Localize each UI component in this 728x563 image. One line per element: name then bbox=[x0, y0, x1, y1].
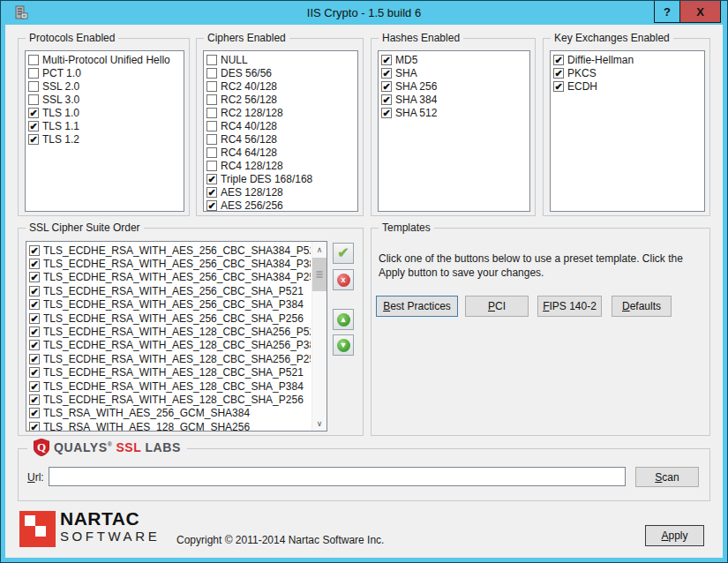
checkbox[interactable]: ✔ bbox=[381, 108, 392, 118]
checklist-item[interactable]: ✔ TLS 1.1 bbox=[26, 119, 183, 132]
scroll-thumb[interactable] bbox=[312, 258, 326, 291]
cipher-suite-item[interactable]: ✔ TLS_ECDHE_RSA_WITH_AES_128_CBC_SHA_P25… bbox=[27, 393, 311, 406]
checklist-item[interactable]: RC2 40/128 bbox=[205, 79, 356, 93]
checkbox[interactable]: ✔ bbox=[28, 121, 39, 131]
checklist-item[interactable]: PCT 1.0 bbox=[26, 66, 183, 79]
checkbox[interactable] bbox=[206, 81, 217, 92]
checkbox[interactable] bbox=[206, 161, 217, 171]
cipher-suite-item[interactable]: ✔ TLS_ECDHE_RSA_WITH_AES_256_CBC_SHA_P52… bbox=[27, 284, 311, 297]
defaults-button[interactable]: Defaults bbox=[612, 296, 672, 317]
move-down-button[interactable]: ▼ bbox=[333, 334, 354, 356]
cipher-suite-item[interactable]: ✔ TLS_ECDHE_RSA_WITH_AES_128_CBC_SHA256_… bbox=[27, 352, 311, 365]
checkbox[interactable]: ✔ bbox=[29, 408, 40, 418]
cipher-suite-item[interactable]: ✔ TLS_ECDHE_RSA_WITH_AES_128_CBC_SHA256_… bbox=[27, 339, 311, 352]
cipher-suite-item[interactable]: ✔ TLS_ECDHE_RSA_WITH_AES_128_CBC_SHA_P38… bbox=[27, 379, 311, 393]
checklist-item[interactable]: ✔ Diffie-Hellman bbox=[552, 53, 703, 66]
checklist-item[interactable]: RC4 56/128 bbox=[205, 132, 356, 146]
checklist-item[interactable]: SSL 2.0 bbox=[26, 79, 183, 93]
checkbox[interactable]: ✔ bbox=[29, 354, 40, 364]
checklist-item[interactable]: ✔ SHA 384 bbox=[379, 93, 529, 106]
cipher-suite-item[interactable]: ✔ TLS_ECDHE_RSA_WITH_AES_256_CBC_SHA_P38… bbox=[27, 298, 311, 312]
checklist-item[interactable]: ✔ TLS 1.0 bbox=[26, 106, 183, 119]
checkbox[interactable] bbox=[28, 68, 39, 79]
checklist-item[interactable]: RC4 128/128 bbox=[205, 159, 356, 172]
checkbox[interactable] bbox=[206, 134, 217, 145]
checkbox[interactable] bbox=[28, 81, 39, 92]
checkbox[interactable]: ✔ bbox=[381, 68, 392, 79]
checklist-item[interactable]: ✔ ECDH bbox=[552, 79, 703, 93]
checkbox[interactable]: ✔ bbox=[381, 55, 392, 65]
cipher-suite-item[interactable]: ✔ TLS_RSA_WITH_AES_256_GCM_SHA384 bbox=[27, 407, 311, 420]
pci-button[interactable]: PCI bbox=[465, 296, 529, 317]
checkbox[interactable] bbox=[206, 55, 217, 65]
cipher-suite-item[interactable]: ✔ TLS_ECDHE_RSA_WITH_AES_256_CBC_SHA384_… bbox=[27, 257, 311, 270]
checkbox[interactable] bbox=[206, 121, 217, 131]
checklist-item[interactable]: RC2 128/128 bbox=[205, 106, 356, 119]
cipher-list-scrollbar[interactable]: ∧ ∨ bbox=[311, 242, 326, 431]
cipher-suite-item[interactable]: ✔ TLS_ECDHE_RSA_WITH_AES_256_CBC_SHA384_… bbox=[27, 244, 311, 257]
checkbox[interactable]: ✔ bbox=[29, 313, 40, 324]
checkbox[interactable]: ✔ bbox=[206, 200, 217, 211]
checkbox[interactable]: ✔ bbox=[29, 394, 40, 405]
checkbox[interactable]: ✔ bbox=[29, 422, 40, 432]
close-button[interactable]: X bbox=[679, 1, 720, 22]
checkbox[interactable]: ✔ bbox=[206, 174, 217, 184]
move-up-button[interactable]: ▲ bbox=[333, 309, 354, 330]
checklist-item[interactable]: ✔ MD5 bbox=[379, 53, 529, 66]
checklist-item[interactable]: DES 56/56 bbox=[205, 66, 356, 79]
cipher-suite-item[interactable]: ✔ TLS_RSA_WITH_AES_128_GCM_SHA256 bbox=[27, 420, 311, 432]
checkbox[interactable]: ✔ bbox=[29, 259, 40, 269]
checklist-item[interactable]: ✔ Triple DES 168/168 bbox=[205, 172, 356, 185]
checkbox[interactable]: ✔ bbox=[29, 299, 40, 310]
scroll-up-button[interactable]: ∧ bbox=[312, 242, 326, 257]
url-input[interactable] bbox=[49, 467, 626, 486]
checkbox[interactable]: ✔ bbox=[381, 94, 392, 105]
apply-button[interactable]: Apply bbox=[645, 525, 704, 546]
checklist-item[interactable]: RC2 56/128 bbox=[205, 93, 356, 106]
checklist-item[interactable]: ✔ AES 256/256 bbox=[205, 199, 356, 212]
fips-140-2-button[interactable]: FIPS 140-2 bbox=[537, 296, 602, 317]
checkbox[interactable] bbox=[28, 55, 39, 65]
best-practices-button[interactable]: Best Practices bbox=[376, 296, 458, 317]
checkbox[interactable] bbox=[206, 94, 217, 105]
checkbox[interactable]: ✔ bbox=[553, 68, 564, 79]
checkbox[interactable]: ✔ bbox=[29, 381, 40, 392]
checklist-item[interactable]: ✔ TLS 1.2 bbox=[26, 132, 183, 146]
checklist-item[interactable]: ✔ SHA 256 bbox=[379, 79, 529, 93]
checkbox[interactable]: ✔ bbox=[28, 134, 39, 145]
scroll-down-button[interactable]: ∨ bbox=[312, 416, 326, 431]
checklist-item[interactable]: RC4 40/128 bbox=[205, 119, 356, 132]
checklist-item[interactable]: ✔ PKCS bbox=[552, 66, 703, 79]
checklist-item[interactable]: ✔ SHA bbox=[379, 66, 529, 79]
checkbox[interactable]: ✔ bbox=[29, 327, 40, 337]
checkbox[interactable]: ✔ bbox=[28, 108, 39, 118]
checkbox[interactable]: ✔ bbox=[381, 81, 392, 92]
help-button[interactable]: ? bbox=[655, 1, 679, 22]
cipher-suite-item[interactable]: ✔ TLS_ECDHE_RSA_WITH_AES_128_CBC_SHA_P52… bbox=[27, 366, 311, 379]
checkbox[interactable] bbox=[206, 108, 217, 118]
checkbox[interactable] bbox=[206, 68, 217, 79]
checkbox[interactable]: ✔ bbox=[29, 286, 40, 297]
checklist-item[interactable]: NULL bbox=[205, 53, 356, 66]
checklist-item[interactable]: SSL 3.0 bbox=[26, 93, 183, 106]
checkbox[interactable]: ✔ bbox=[553, 81, 564, 92]
checkbox[interactable]: ✔ bbox=[206, 187, 217, 198]
checkbox[interactable]: ✔ bbox=[553, 55, 564, 65]
checkbox[interactable]: ✔ bbox=[29, 245, 40, 256]
checklist-item[interactable]: Multi-Protocol Unified Hello bbox=[26, 53, 183, 66]
checkbox[interactable]: ✔ bbox=[29, 272, 40, 282]
checkbox[interactable]: ✔ bbox=[29, 340, 40, 350]
titlebar[interactable]: IIS Crypto - 1.5 build 6 ? X bbox=[1, 1, 727, 25]
cipher-suite-item[interactable]: ✔ TLS_ECDHE_RSA_WITH_AES_128_CBC_SHA256_… bbox=[27, 325, 311, 338]
checklist-item[interactable]: RC4 64/128 bbox=[205, 146, 356, 159]
cipher-suite-item[interactable]: ✔ TLS_ECDHE_RSA_WITH_AES_256_CBC_SHA384_… bbox=[27, 271, 311, 284]
check-all-button[interactable]: ✔ bbox=[333, 243, 354, 264]
checkbox[interactable]: ✔ bbox=[29, 367, 40, 378]
checkbox[interactable] bbox=[28, 94, 39, 105]
uncheck-all-button[interactable]: x bbox=[333, 269, 354, 290]
checklist-item[interactable]: ✔ SHA 512 bbox=[379, 106, 529, 119]
checkbox[interactable] bbox=[206, 147, 217, 158]
scan-button[interactable]: Scan bbox=[635, 467, 699, 487]
cipher-suite-item[interactable]: ✔ TLS_ECDHE_RSA_WITH_AES_256_CBC_SHA_P25… bbox=[27, 312, 311, 325]
checklist-item[interactable]: ✔ AES 128/128 bbox=[205, 185, 356, 199]
